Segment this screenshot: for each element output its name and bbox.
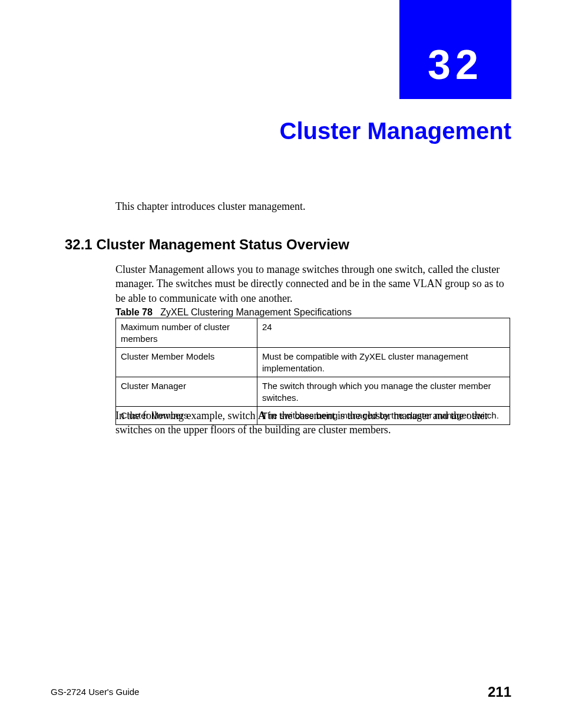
table-caption: Table 78 ZyXEL Clustering Management Spe… xyxy=(115,307,352,318)
post-table-paragraph: In the following example, switch A in th… xyxy=(115,409,510,437)
table-cell-value: Must be compatible with ZyXEL cluster ma… xyxy=(257,348,510,377)
chapter-number: 32 xyxy=(428,41,483,88)
table-cell-label: Cluster Manager xyxy=(116,377,257,407)
table-row: Cluster Manager The switch through which… xyxy=(116,377,510,407)
post-table-pre: In the following example, switch xyxy=(115,410,258,421)
chapter-number-box: 32 xyxy=(399,0,511,99)
intro-paragraph: This chapter introduces cluster manageme… xyxy=(115,200,305,213)
footer-guide-title: GS-2724 User's Guide xyxy=(51,687,139,697)
table-caption-label: Table 78 xyxy=(115,307,153,317)
table-cell-value: 24 xyxy=(257,318,510,348)
table-cell-value: The switch through which you manage the … xyxy=(257,377,510,407)
section-heading: 32.1 Cluster Management Status Overview xyxy=(65,236,349,253)
section-body: Cluster Management allows you to manage … xyxy=(115,262,510,305)
table-row: Maximum number of cluster members 24 xyxy=(116,318,510,348)
chapter-title: Cluster Management xyxy=(280,118,511,144)
table-cell-label: Maximum number of cluster members xyxy=(116,318,257,348)
table-caption-text: ZyXEL Clustering Management Specificatio… xyxy=(160,307,352,317)
footer-page-number: 211 xyxy=(488,684,511,700)
table-cell-label: Cluster Member Models xyxy=(116,348,257,377)
table-row: Cluster Member Models Must be compatible… xyxy=(116,348,510,377)
post-table-bold: A xyxy=(258,410,266,421)
